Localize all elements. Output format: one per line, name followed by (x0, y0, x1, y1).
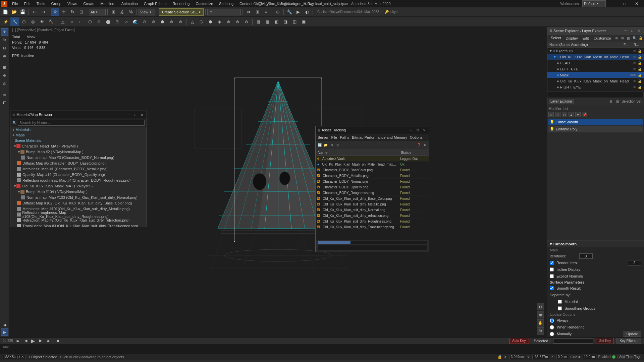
menu-customize[interactable]: Customize (193, 1, 216, 6)
tree-row-head[interactable]: ◈ HEAD 👁 🔒 (547, 60, 644, 66)
asset-row-10[interactable]: 🖼 Old_Ku_Klux_Klan_suit_dirty_Roughness.… (316, 219, 429, 224)
keyfilters-btn[interactable]: Key Filters... (616, 338, 641, 344)
extra-btn-5[interactable]: ◫ (290, 17, 299, 26)
at-menu-options[interactable]: Options (410, 135, 423, 139)
setkey-btn[interactable]: Set Key (596, 338, 614, 344)
shape-btn-4[interactable]: ⬡ (86, 17, 94, 26)
se-tool-5[interactable]: 🔒 (638, 36, 643, 41)
mat-kkk-child-2[interactable]: Normal map: Map #103 (Old_Ku_Klux_Klan_s… (10, 194, 147, 200)
scene-explorer-maximize[interactable]: □ (630, 28, 635, 34)
zoom-extents-btn[interactable]: ⊟ (537, 303, 544, 310)
close-button[interactable]: ✕ (631, 0, 643, 7)
utilities-btn[interactable]: 🔨 (47, 17, 55, 26)
scene-explorer-close[interactable]: ✕ (636, 28, 642, 34)
lt-select-btn[interactable]: ⊕ (1, 52, 8, 60)
at-menu-file[interactable]: File (331, 135, 337, 139)
lt-btn-6[interactable]: ⊙ (1, 72, 8, 79)
se-tool-2[interactable]: ⊞ (620, 36, 625, 41)
shape-btn-6[interactable]: ⬤ (104, 17, 112, 26)
render-btn[interactable]: ▶ (294, 8, 302, 16)
shape-btn-11[interactable]: ⊚ (149, 17, 158, 26)
ts-update-btn[interactable]: Update (624, 331, 641, 337)
lt-btn-8[interactable]: ≋ (1, 91, 8, 99)
zoom-region-btn[interactable]: ⊕ (537, 311, 544, 318)
asset-row-9[interactable]: 🖼 Old_Ku_Klux_Klan_suit_dirty_refraction… (316, 213, 429, 219)
timeline-search[interactable] (553, 338, 593, 344)
lt-btn-9[interactable]: ⧠ (1, 99, 8, 107)
timeline-track[interactable]: 0 100 200 300 400 500 600 700 800 900 10… (0, 344, 644, 354)
at-tb-5[interactable]: ❓ (416, 142, 422, 148)
angle-snap-btn[interactable]: ∡ (118, 8, 126, 16)
layer-mgr-btn[interactable]: ⊕ (274, 8, 282, 16)
create-selection-btn[interactable]: Create Selection Se... ▾ (159, 8, 204, 16)
lt-nav-1[interactable]: ◀ (1, 321, 8, 328)
asset-row-11[interactable]: 🖼 Old_Ku_Klux_Klan_suit_dirty_Translucen… (316, 224, 429, 230)
redo-btn[interactable]: ↪ (39, 8, 47, 16)
se-footer-icon-2[interactable]: ⊟ (615, 99, 620, 104)
tab-select[interactable]: Select (549, 36, 563, 40)
at-tb-4[interactable]: ⊞ (335, 142, 340, 148)
tab-display[interactable]: Display (564, 36, 580, 40)
tree-row-right-eye[interactable]: ◈ RIGHT_EYE 👁 🔒 (547, 84, 644, 90)
menu-modifiers[interactable]: Modifiers (98, 1, 118, 6)
asset-row-2[interactable]: 🖼 Character_BODY_Metallic.png Found (316, 173, 429, 179)
snap-btn[interactable]: ⊞ (109, 8, 117, 16)
layer-tree[interactable]: ▼ ⊕ 0 (default) 👁 🔒 ▼ ⬡ Old_Ku_Klux_Klan… (547, 48, 644, 92)
mat-head-child-6[interactable]: Reflection roughness: Map #4(Character_B… (10, 177, 147, 183)
pb-prev-frame[interactable]: ◀ (22, 338, 29, 344)
ts-render-iters-check[interactable] (550, 261, 554, 265)
material-search-input[interactable] (18, 120, 145, 126)
lt-rotate-btn[interactable]: ↻ (1, 36, 8, 44)
tree-row-mask-head[interactable]: ▼ ⬡ Old_Ku_Klux_Klan_Mask_on_Male_Head 👁… (547, 54, 644, 60)
scene-materials-header[interactable]: - Scene Materials (10, 138, 147, 143)
lt-scale-btn[interactable]: ⊡ (1, 44, 8, 52)
move-btn[interactable]: ✛ (60, 8, 68, 16)
mat-head-child-1[interactable]: ▼ Bump: Map #2 ( VRayNormalMap ) (10, 149, 147, 155)
geom-btn-1[interactable]: △ (188, 17, 197, 26)
geom-btn-3[interactable]: ⬢ (206, 17, 215, 26)
menu-group[interactable]: Group (48, 1, 64, 6)
lt-btn-7[interactable]: ◎ (1, 80, 8, 87)
ts-smooth-result-check[interactable] (550, 286, 554, 290)
shape-btn-12[interactable]: ⬟ (158, 17, 167, 26)
shape-btn-5[interactable]: ⊕ (95, 17, 103, 26)
menu-file[interactable]: File (9, 1, 21, 6)
menu-tools[interactable]: Tools (34, 1, 48, 6)
mat-kkk-child-6[interactable]: Refraction: Map #2 (Old_Ku_Klux_Klan_sui… (10, 217, 147, 223)
menu-graph-editors[interactable]: Graph Editors (141, 1, 169, 6)
menu-scripting[interactable]: Scripting (216, 1, 236, 6)
shape-btn-7[interactable]: ⊞ (113, 17, 121, 26)
se-tool-3[interactable]: ▦ (626, 36, 631, 41)
view-dropdown[interactable]: View (139, 9, 155, 15)
open-btn[interactable]: 📂 (10, 8, 18, 16)
autokey-btn[interactable]: Auto Key (509, 338, 529, 344)
pb-play[interactable]: ▶ (30, 338, 37, 344)
array-btn[interactable]: ⊞ (253, 8, 261, 16)
shape-btn-10[interactable]: ⊙ (140, 17, 149, 26)
mat-kkk-child-7[interactable]: Translucent: Map #3 (Old_Ku_Klux_Klan_su… (10, 223, 147, 227)
mb-maximize[interactable]: □ (132, 112, 138, 117)
rotate-btn[interactable]: ↻ (68, 8, 76, 16)
menu-arnold[interactable]: Arnold (317, 1, 333, 6)
create-tab-btn[interactable]: ⚡ (1, 17, 10, 26)
menu-content[interactable]: Content (237, 1, 255, 6)
menu-civil-view[interactable]: Civil View (256, 1, 277, 6)
mirror-btn[interactable]: ⇔ (245, 8, 253, 16)
align-btn[interactable]: ≡ (262, 8, 270, 16)
shape-btn-8[interactable]: ⊿ (122, 17, 130, 26)
mod-item-turbosmooth[interactable]: 💡 TurboSmooth (548, 119, 643, 125)
at-tb-1[interactable]: 🔄 (317, 142, 322, 148)
ts-when-rendering-radio[interactable] (550, 325, 554, 329)
shape-btn-9[interactable]: 🌊 (131, 17, 140, 26)
mat-head-row[interactable]: ▼ Character_Head_MAT ( VRayMtl ) (10, 143, 147, 149)
maxscript-btn[interactable]: MAXScript ✕ (3, 355, 25, 359)
extra-btn-1[interactable]: ▦ (254, 17, 263, 26)
tree-row-mask[interactable]: ◈ Mask ⊞ 👁 🔒 (547, 72, 644, 78)
asset-row-8[interactable]: 🖼 Old_Ku_Klux_Klan_suit_dirty_Normal.png… (316, 207, 429, 213)
lt-nav-2[interactable]: ▶ (1, 328, 8, 336)
pan-btn[interactable]: ✋ (537, 319, 544, 326)
menu-vray[interactable]: V-Ray (301, 1, 317, 6)
ts-materials-check[interactable] (558, 300, 562, 304)
ts-section-header[interactable]: ▼ TurboSmooth (547, 241, 644, 247)
mod-tool-2[interactable]: ⊞ (555, 112, 560, 117)
